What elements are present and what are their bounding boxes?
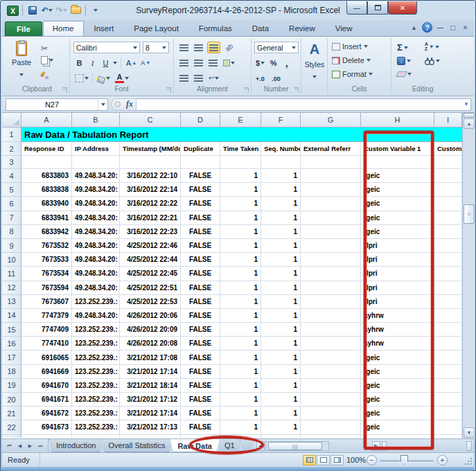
cell[interactable] [301,393,361,407]
cell[interactable]: tgeic [361,169,434,183]
cell[interactable]: 6916065 [21,350,72,364]
cell[interactable] [301,295,361,309]
copy-button[interactable] [41,56,53,64]
row-header-20[interactable]: 20 [2,393,21,407]
cell[interactable]: 3/21/2012 17:14 [120,365,181,379]
cell[interactable]: 4/25/2012 22:44 [120,253,181,267]
last-sheet-button[interactable]: ⏭ [36,441,45,450]
cell[interactable]: 6833940 [21,197,72,211]
cell[interactable] [181,156,220,169]
workbook-minimize-icon[interactable]: — [436,24,445,32]
middle-align-button[interactable] [193,42,204,53]
column-header-B[interactable]: B [72,113,120,127]
comma-style-button[interactable]: , [281,57,292,69]
next-sheet-button[interactable]: ▶ [26,441,35,450]
cell[interactable] [434,420,462,434]
cell[interactable] [301,197,361,211]
cell[interactable]: tgeic [361,197,434,211]
cell[interactable]: 123.252.239.: [72,323,120,337]
cell[interactable] [72,435,120,438]
cell[interactable] [301,309,361,323]
cell[interactable]: 3/21/2012 17:08 [120,350,181,364]
row-header-11[interactable]: 11 [2,267,21,281]
row-header-19[interactable]: 19 [2,379,21,393]
cell[interactable]: 7747409 [21,323,72,337]
cell[interactable] [434,295,462,309]
ribbon-tab-formulas[interactable]: Formulas [189,21,242,36]
cell[interactable] [21,435,72,438]
cell[interactable]: 6941670 [21,379,72,393]
cell[interactable]: 49.248.34.20: [72,239,120,253]
cell[interactable]: 1 [261,197,301,211]
row-header-7[interactable]: 7 [2,211,21,225]
cell[interactable]: 1 [220,379,261,393]
cell[interactable]: 1 [220,253,261,267]
font-dialog-launcher-icon[interactable] [166,87,171,92]
cell[interactable] [261,156,301,169]
corner-split-handle[interactable] [466,441,472,451]
bold-button[interactable]: B [73,57,85,69]
zoom-slider-thumb[interactable] [400,455,408,465]
cell[interactable] [361,435,434,438]
cell[interactable]: 7673534 [21,267,72,281]
cell[interactable]: 1 [261,169,301,183]
header-cell[interactable]: Timestamp (MM/dd [120,142,181,156]
cell[interactable]: ayhrw [361,309,434,323]
cell[interactable]: 1 [261,350,301,364]
wrap-text-button[interactable]: ↩ [207,72,220,84]
cell[interactable]: 1 [220,350,261,364]
cell[interactable]: tgeic [361,393,434,407]
cell[interactable]: FALSE [181,393,220,407]
normal-view-button[interactable] [303,455,316,465]
paste-button[interactable]: Paste [8,41,35,79]
cell[interactable]: 1 [220,267,261,281]
ribbon-tab-data[interactable]: Data [243,21,279,36]
row-header-16[interactable]: 16 [2,337,21,350]
column-header-A[interactable]: A [21,113,72,127]
cell[interactable]: 3/16/2012 22:23 [120,225,181,239]
fill-color-button[interactable] [95,72,112,84]
row-header-10[interactable]: 10 [2,253,21,267]
cell[interactable] [261,435,301,438]
row-header-2[interactable]: 2 [2,142,21,156]
cell[interactable]: 6833942 [21,225,72,239]
cell[interactable]: FALSE [181,407,220,420]
cell[interactable]: 49.248.34.20: [72,267,120,281]
workbook-close-icon[interactable]: ✕ [461,24,470,32]
help-icon[interactable]: ? [422,22,432,33]
resize-grip[interactable] [464,457,473,465]
cell[interactable]: 49.248.34.20: [72,197,120,211]
cell[interactable]: rlpri [361,267,434,281]
cell[interactable]: 7747379 [21,309,72,323]
cell[interactable]: tgeic [361,211,434,225]
minimize-button[interactable]: — [346,1,367,15]
cell[interactable]: 1 [220,323,261,337]
cell[interactable] [220,156,261,169]
underline-button[interactable]: U [100,57,112,69]
cell[interactable]: 7673607 [21,295,72,309]
workbook-restore-icon[interactable]: ▢ [448,24,457,32]
clear-button[interactable] [397,71,412,77]
cell[interactable]: 3/16/2012 22:14 [120,183,181,197]
cell[interactable]: 49.248.34.20: [72,253,120,267]
column-header-F[interactable]: F [261,113,301,127]
cell[interactable] [434,365,462,379]
row-header-22[interactable]: 22 [2,420,21,434]
row-header-18[interactable]: 18 [2,365,21,379]
cell[interactable] [301,365,361,379]
cell[interactable]: 1 [220,365,261,379]
cell[interactable]: 1 [220,407,261,420]
percent-style-button[interactable]: % [267,57,279,69]
cell[interactable]: rlpri [361,295,434,309]
cell[interactable]: FALSE [181,337,220,350]
cell[interactable] [434,281,462,295]
header-cell[interactable]: Seq. Number [261,142,301,156]
header-cell[interactable]: Time Taken ( [220,142,261,156]
split-handle[interactable] [464,113,475,118]
cell[interactable]: tgeic [361,350,434,364]
cell[interactable] [120,156,181,169]
cell[interactable]: 1 [220,309,261,323]
find-select-button[interactable] [425,57,440,65]
cell[interactable]: FALSE [181,267,220,281]
cell[interactable]: 4/25/2012 22:45 [120,267,181,281]
